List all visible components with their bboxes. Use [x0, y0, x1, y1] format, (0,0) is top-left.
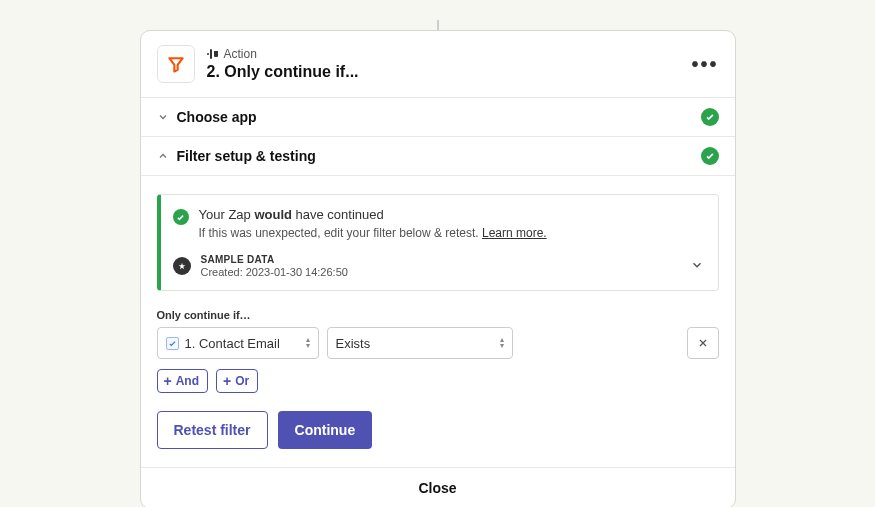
filter-label: Only continue if…	[157, 309, 719, 321]
chevron-down-icon	[157, 111, 169, 123]
check-badge-icon	[701, 108, 719, 126]
learn-more-link[interactable]: Learn more.	[482, 226, 547, 240]
sample-data-icon	[173, 257, 191, 275]
alert-message: Your Zap would have continued	[199, 207, 547, 222]
plus-icon: +	[164, 374, 172, 388]
add-or-rule-button[interactable]: + Or	[216, 369, 258, 393]
remove-rule-button[interactable]	[687, 327, 719, 359]
sample-data-label: SAMPLE DATA	[201, 254, 680, 265]
continue-button[interactable]: Continue	[278, 411, 373, 449]
plus-icon: +	[223, 374, 231, 388]
add-and-rule-button[interactable]: + And	[157, 369, 209, 393]
select-caret-icon: ▴▾	[500, 337, 504, 349]
filter-field-select[interactable]: 1. Contact Email ▴▾	[157, 327, 319, 359]
chevron-down-icon	[690, 258, 704, 275]
sample-data-row[interactable]: SAMPLE DATA Created: 2023-01-30 14:26:50	[173, 254, 704, 278]
filter-condition-select[interactable]: Exists ▴▾	[327, 327, 513, 359]
check-badge-icon	[701, 147, 719, 165]
section-filter-setup[interactable]: Filter setup & testing	[141, 137, 735, 176]
action-path-icon	[207, 49, 218, 59]
success-check-icon	[173, 209, 189, 225]
retest-filter-button[interactable]: Retest filter	[157, 411, 268, 449]
sample-data-created: Created: 2023-01-30 14:26:50	[201, 266, 680, 278]
select-caret-icon: ▴▾	[306, 337, 310, 349]
chevron-up-icon	[157, 150, 169, 162]
test-result-alert: Your Zap would have continued If this wa…	[157, 194, 719, 291]
section-choose-app[interactable]: Choose app	[141, 98, 735, 137]
action-label: Action	[224, 47, 257, 61]
close-button[interactable]: Close	[141, 467, 735, 507]
action-step-modal: Action 2. Only continue if... ••• Choose…	[140, 30, 736, 507]
alert-subtext: If this was unexpected, edit your filter…	[199, 226, 547, 240]
filter-app-icon	[157, 45, 195, 83]
step-header: Action 2. Only continue if... •••	[141, 31, 735, 98]
contact-check-icon	[166, 337, 179, 350]
overflow-menu-button[interactable]: •••	[691, 53, 718, 76]
step-title: 2. Only continue if...	[207, 63, 692, 81]
